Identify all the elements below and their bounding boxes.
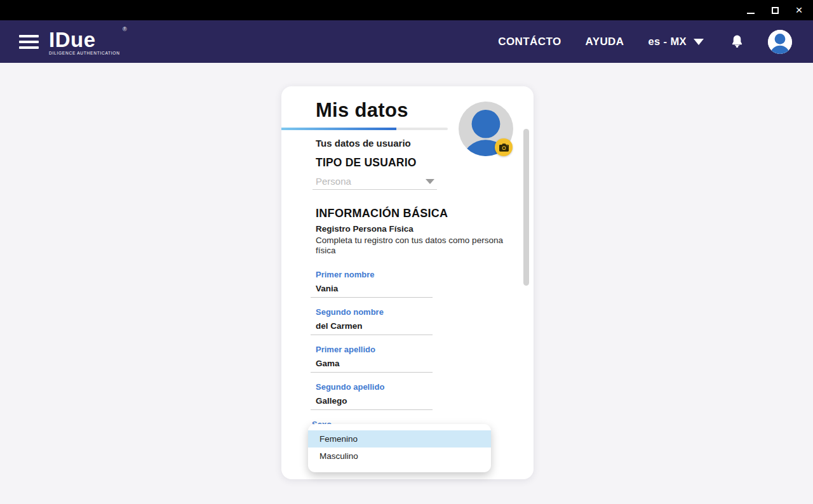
logo-subtitle: DILIGENCE AUTHENTICATION — [49, 51, 120, 56]
user-type-heading: TIPO DE USUARIO — [316, 156, 534, 169]
user-type-select[interactable]: Persona — [312, 176, 437, 190]
close-button[interactable]: × — [794, 5, 804, 15]
nav-link-ayuda[interactable]: AYUDA — [586, 36, 624, 48]
app-logo: IDue ® DILIGENCE AUTHENTICATION — [49, 29, 120, 56]
basic-info-subheading: Registro Persona Física — [316, 224, 534, 234]
upload-photo-button[interactable] — [495, 138, 513, 156]
progress-fill — [281, 128, 396, 130]
camera-icon — [499, 143, 509, 152]
language-selector[interactable]: es - MX — [648, 36, 704, 48]
field-primer-nombre: Primer nombre Vania — [311, 270, 433, 298]
minimize-icon — [747, 13, 755, 14]
first-surname-input[interactable]: Gama — [316, 359, 433, 369]
field-segundo-apellido: Segundo apellido Gallego — [311, 382, 433, 410]
minimize-button[interactable] — [746, 5, 756, 15]
maximize-icon — [772, 7, 779, 14]
language-value: es - MX — [648, 36, 687, 48]
middle-name-input[interactable]: del Carmen — [316, 321, 433, 331]
profile-avatar-button[interactable] — [768, 30, 792, 54]
second-surname-input[interactable]: Gallego — [316, 396, 433, 406]
basic-info-description: Completa tu registro con tus datos como … — [316, 235, 525, 256]
option-femenino[interactable]: Femenino — [308, 430, 491, 448]
select-arrow-icon — [426, 179, 434, 184]
page-background: Mis datos Tus datos de usuario TIPO DE U… — [0, 63, 813, 504]
field-primer-apellido: Primer apellido Gama — [311, 345, 433, 373]
field-label: Segundo apellido — [316, 382, 433, 392]
field-label: Primer nombre — [316, 270, 433, 279]
menu-button[interactable] — [19, 35, 39, 49]
field-label: Segundo nombre — [316, 307, 433, 317]
maximize-button[interactable] — [770, 5, 780, 15]
window-titlebar: × — [0, 0, 813, 20]
logo-text: IDue — [49, 29, 120, 50]
field-label: Primer apellido — [316, 345, 433, 354]
field-segundo-nombre: Segundo nombre del Carmen — [311, 307, 433, 335]
nav-link-contacto[interactable]: CONTÁCTO — [498, 36, 561, 48]
progress-bar — [281, 128, 448, 130]
user-avatar-icon — [768, 30, 792, 54]
first-name-input[interactable]: Vania — [316, 284, 433, 294]
bell-icon — [730, 34, 744, 50]
chevron-down-icon — [694, 39, 704, 45]
basic-info-heading: INFORMACIÓN BÁSICA — [316, 207, 534, 220]
hamburger-icon — [19, 35, 39, 37]
user-type-value: Persona — [316, 176, 351, 187]
registered-mark: ® — [123, 27, 127, 32]
close-icon: × — [795, 5, 802, 15]
notifications-button[interactable] — [730, 34, 744, 50]
option-masculino[interactable]: Masculino — [308, 448, 491, 465]
navbar: IDue ® DILIGENCE AUTHENTICATION CONTÁCTO… — [0, 20, 813, 63]
sexo-options-popup: Femenino Masculino — [308, 424, 491, 472]
mis-datos-card: Mis datos Tus datos de usuario TIPO DE U… — [281, 86, 534, 479]
card-scrollbar-thumb[interactable] — [523, 129, 529, 286]
